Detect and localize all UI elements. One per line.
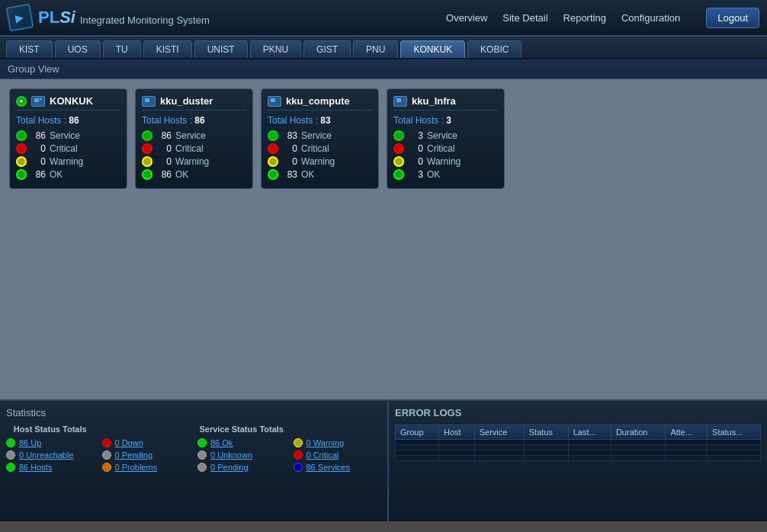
stats-columns: Host Status Totals 86 Up 0 Unreachable 8… bbox=[6, 425, 381, 475]
status-icon-konkuk: ● bbox=[16, 96, 27, 107]
pending-link[interactable]: 0 Pending bbox=[115, 450, 153, 460]
svc-unknown-link[interactable]: 0 Unknown bbox=[210, 450, 252, 460]
stat-svc-services: 86 Services bbox=[294, 463, 382, 472]
svc-ok-link[interactable]: 86 Ok bbox=[210, 438, 233, 447]
card-title-kku-duster: kku_duster bbox=[160, 95, 213, 107]
ok-label-kku-duster: OK bbox=[175, 169, 188, 180]
warning-label-kku-infra: Warning bbox=[427, 156, 461, 167]
svc-pending-link[interactable]: 0 Pending bbox=[210, 463, 249, 472]
service-count-kku-duster: 86 bbox=[156, 130, 172, 141]
table-row bbox=[396, 440, 761, 445]
table-row bbox=[396, 456, 761, 461]
card-header-kku-infra: kku_Infra bbox=[393, 95, 498, 111]
critical-label-kku-infra: Critical bbox=[427, 143, 455, 154]
error-logs-table: Group Host Service Status Last... Durati… bbox=[395, 425, 761, 461]
hosts-link[interactable]: 86 Hosts bbox=[19, 463, 52, 472]
svc-warning-link[interactable]: 0 Warning bbox=[306, 438, 345, 447]
card-kku-compute: kku_compute Total Hosts : 83 83 Service … bbox=[261, 88, 379, 189]
critical-label-kku-duster: Critical bbox=[175, 143, 204, 154]
critical-icon-konkuk bbox=[16, 143, 27, 154]
unreachable-icon bbox=[6, 450, 15, 460]
tab-gist[interactable]: GIST bbox=[303, 40, 351, 58]
logout-button[interactable]: Logout bbox=[706, 8, 759, 28]
col-status: Status bbox=[524, 425, 568, 440]
svg-rect-8 bbox=[396, 98, 401, 102]
critical-label-konkuk: Critical bbox=[50, 143, 78, 154]
nav-site-detail[interactable]: Site Detail bbox=[502, 12, 547, 24]
critical-count-kku-duster: 0 bbox=[156, 143, 172, 154]
logo-pl: PL bbox=[38, 8, 59, 27]
tab-kist[interactable]: KIST bbox=[6, 40, 53, 58]
svg-rect-1 bbox=[34, 98, 39, 102]
down-link[interactable]: 0 Down bbox=[115, 438, 143, 447]
svc-warning-icon bbox=[294, 438, 303, 447]
ok-label-kku-infra: OK bbox=[427, 169, 440, 180]
logo-icon: ▶ bbox=[5, 3, 34, 31]
error-logs-title: ERROR LOGS bbox=[395, 407, 761, 418]
ok-label-konkuk: OK bbox=[50, 169, 63, 180]
group-view-header: Group View bbox=[0, 59, 767, 79]
host-status-col: Host Status Totals 86 Up 0 Unreachable 8… bbox=[6, 425, 95, 475]
card-kku-infra: kku_Infra Total Hosts : 3 3 Service 0 Cr… bbox=[387, 88, 505, 189]
stat-host-unreachable: 0 Unreachable bbox=[6, 450, 95, 460]
critical-count-konkuk: 0 bbox=[30, 143, 46, 154]
problems-link[interactable]: 0 Problems bbox=[115, 463, 158, 472]
up-link[interactable]: 86 Up bbox=[19, 438, 41, 447]
total-hosts-count-kku-duster: 86 bbox=[194, 115, 204, 126]
card-icon-kku-infra bbox=[393, 96, 407, 107]
service-label-kku-compute: Service bbox=[301, 130, 332, 141]
svg-rect-6 bbox=[271, 98, 275, 102]
col-atte: Atte... bbox=[666, 425, 708, 440]
svc-pending-icon bbox=[197, 463, 207, 472]
stat-svc-unknown: 0 Unknown bbox=[197, 450, 286, 460]
service-row-kku-duster: 86 Service bbox=[142, 130, 246, 141]
service-label-konkuk: Service bbox=[50, 130, 80, 141]
card-kku-duster: kku_duster Total Hosts : 86 86 Service 0… bbox=[135, 88, 253, 189]
tab-tu[interactable]: TU bbox=[103, 40, 141, 58]
col-last: Last... bbox=[568, 425, 611, 440]
card-title-kku-compute: kku_compute bbox=[286, 95, 350, 107]
service-row-kku-compute: 83 Service bbox=[268, 130, 372, 141]
col-service: Service bbox=[474, 425, 524, 440]
tab-unist[interactable]: UNIST bbox=[194, 40, 248, 58]
svg-rect-2 bbox=[40, 98, 42, 100]
tab-kobic[interactable]: KOBIC bbox=[467, 40, 521, 58]
svc-critical-link[interactable]: 0 Critical bbox=[306, 450, 339, 460]
tab-pnu[interactable]: PNU bbox=[353, 40, 398, 58]
unreachable-link[interactable]: 0 Unreachable bbox=[19, 450, 74, 460]
total-hosts-kku-infra: Total Hosts : 3 bbox=[393, 115, 498, 126]
critical-icon-kku-infra bbox=[393, 143, 404, 154]
nav-overview[interactable]: Overview bbox=[446, 12, 487, 24]
critical-icon-kku-duster bbox=[142, 143, 152, 154]
card-icon-konkuk bbox=[31, 96, 45, 107]
statistics-title: Statistics bbox=[6, 407, 381, 418]
warning-label-kku-compute: Warning bbox=[301, 156, 335, 167]
nav-configuration[interactable]: Configuration bbox=[621, 12, 680, 24]
col-group: Group bbox=[396, 425, 439, 440]
stat-host-down: 0 Down bbox=[102, 438, 191, 447]
table-row bbox=[396, 445, 761, 450]
service-row-kku-infra: 3 Service bbox=[393, 130, 498, 141]
nav-reporting[interactable]: Reporting bbox=[563, 12, 606, 24]
warning-count-kku-duster: 0 bbox=[156, 156, 172, 167]
total-hosts-count-kku-infra: 3 bbox=[446, 115, 451, 126]
service-count-kku-compute: 83 bbox=[282, 130, 297, 141]
warning-count-kku-compute: 0 bbox=[282, 156, 297, 167]
app-header: ▶ PLSi Integrated Monitoring System Over… bbox=[0, 0, 767, 37]
ok-icon-konkuk bbox=[16, 169, 27, 180]
ok-row-kku-infra: 3 OK bbox=[393, 169, 498, 180]
service-label-kku-duster: Service bbox=[175, 130, 206, 141]
ok-row-kku-duster: 86 OK bbox=[142, 169, 246, 180]
ok-count-konkuk: 86 bbox=[30, 169, 46, 180]
problems-icon bbox=[102, 463, 111, 472]
card-konkuk: ● KONKUK Total Hosts : 86 86 Service 0 C… bbox=[9, 88, 127, 189]
ok-icon-kku-duster bbox=[142, 169, 152, 180]
tab-uos[interactable]: UOS bbox=[55, 40, 101, 58]
host-status-col2: 0 Down 0 Pending 0 Problems bbox=[102, 425, 191, 475]
tab-konkuk[interactable]: KONKUK bbox=[400, 40, 465, 58]
svc-services-icon bbox=[294, 463, 303, 472]
tab-kisti[interactable]: KISTI bbox=[143, 40, 192, 58]
svc-services-link[interactable]: 86 Services bbox=[306, 463, 350, 472]
stat-host-up: 86 Up bbox=[6, 438, 95, 447]
tab-pknu[interactable]: PKNU bbox=[250, 40, 301, 58]
